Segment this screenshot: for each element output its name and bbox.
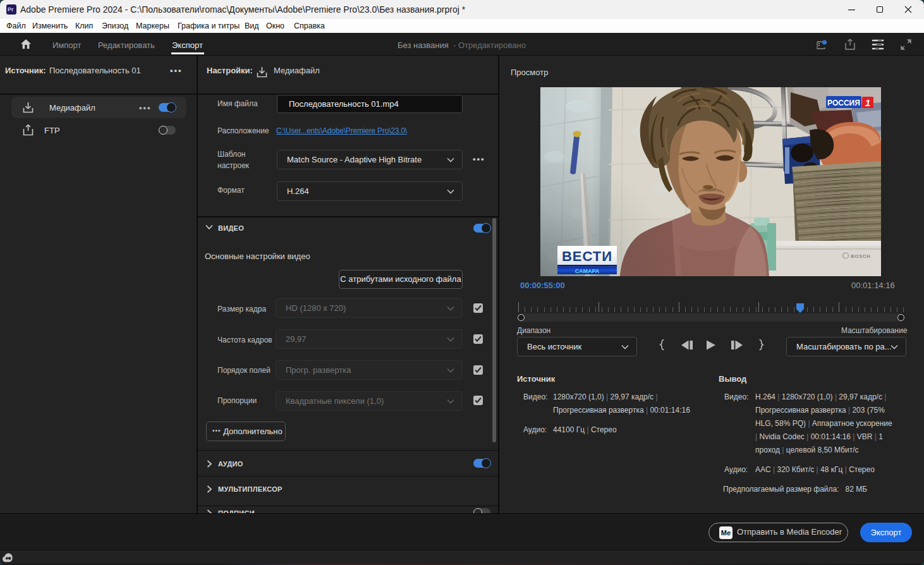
svg-text:САМАРА: САМАРА	[575, 268, 600, 274]
svg-text:РОССИЯ: РОССИЯ	[827, 99, 860, 107]
svg-text:1: 1	[865, 97, 870, 108]
svg-text:ВЕСТИ: ВЕСТИ	[562, 248, 612, 264]
